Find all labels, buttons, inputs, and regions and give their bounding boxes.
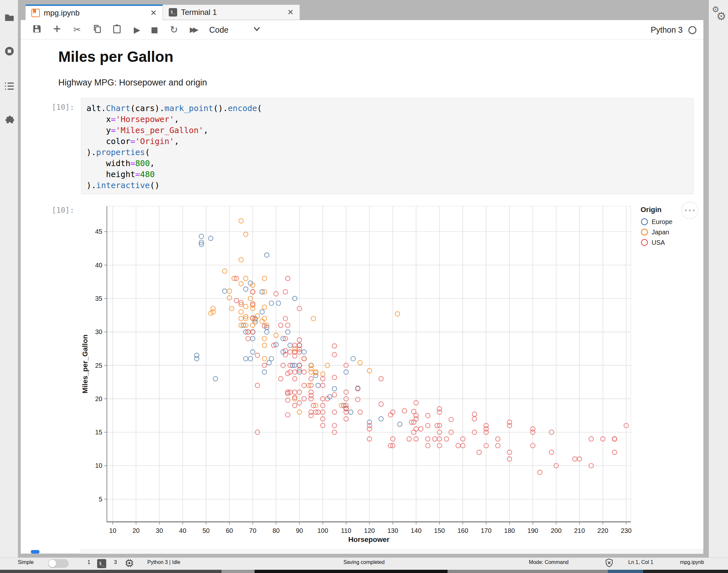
chevron-down-icon[interactable] [251,24,262,36]
svg-text:60: 60 [226,527,233,534]
svg-text:200: 200 [551,527,562,534]
right-sidebar [709,0,728,558]
svg-text:20: 20 [95,395,102,402]
svg-text:Horsepower: Horsepower [348,535,390,543]
svg-text:70: 70 [249,527,256,534]
svg-text:50: 50 [202,527,209,534]
svg-text:Europe: Europe [651,218,673,225]
legend-symbol-usa[interactable] [641,240,648,246]
tab-terminal-label: Terminal 1 [181,8,283,17]
trust-shield-icon[interactable] [605,559,613,569]
file-browser-icon[interactable] [4,12,14,23]
paste-icon[interactable] [111,24,123,36]
notebook-toolbar [21,20,703,40]
svg-text:USA: USA [651,239,665,246]
tab-terminal[interactable]: $_ Terminal 1 ✕ [162,5,300,20]
tab-notebook[interactable]: mpg.ipynb ✕ [26,5,162,20]
svg-text:Japan: Japan [651,228,669,236]
statusbar-filename: mpg.ipynb [680,559,704,565]
table-of-contents-icon[interactable] [4,81,14,91]
svg-text:220: 220 [597,527,608,534]
code-line: height=480 [87,169,688,180]
restart-kernel-icon[interactable]: ↻ [168,24,180,36]
svg-text:100: 100 [318,527,328,534]
svg-text:130: 130 [387,527,398,534]
kernel-indicator[interactable]: Python 3 [650,25,697,35]
code-line: x='Horsepower', [87,114,688,125]
cell-collapser[interactable] [31,550,40,554]
legend-symbol-japan[interactable] [641,229,648,236]
running-kernels-icon[interactable] [4,46,14,56]
terminal-icon: $_ [169,8,177,16]
code-line: y='Miles_per_Gallon', [87,125,688,136]
mpg-scatter-chart[interactable]: 1020304050607080901001101201301401501601… [78,199,703,550]
horizontal-scrollbar[interactable] [81,550,703,554]
code-line: color='Origin', [87,136,688,147]
svg-text:20: 20 [133,527,140,534]
notebook-icon [32,9,40,17]
svg-text:5: 5 [99,496,102,503]
tab-notebook-label: mpg.ipynb [44,8,146,17]
svg-text:140: 140 [410,527,421,534]
extensions-puzzle-icon[interactable] [4,115,14,125]
editor-mode-label[interactable]: Mode: Command [529,559,569,565]
svg-text:Miles_per_Gallon: Miles_per_Gallon [81,334,89,393]
close-icon[interactable]: ✕ [287,8,294,17]
cursor-position[interactable]: Ln 1, Col 1 [628,559,653,565]
input-prompt: [10]: [52,103,74,111]
page-subtitle: Highway MPG: Horsepower and origin [58,78,207,88]
legend-symbol-europe[interactable] [641,219,648,225]
code-line: ).properties( [87,147,688,158]
code-line: width=800, [87,158,688,169]
copy-icon[interactable] [91,24,103,36]
svg-text:90: 90 [296,527,303,534]
svg-text:210: 210 [574,527,585,534]
svg-text:45: 45 [95,228,102,235]
svg-text:120: 120 [364,527,375,534]
svg-text:15: 15 [95,429,102,436]
svg-text:190: 190 [528,527,538,534]
svg-text:35: 35 [95,295,102,302]
code-editor[interactable]: alt.Chart(cars).mark_point().encode( x='… [81,98,693,196]
svg-text:Origin: Origin [640,206,662,214]
kernel-status-icon [688,25,697,35]
stop-button[interactable]: ■ [149,24,160,36]
svg-text:80: 80 [272,527,280,534]
cell-type-dropdown[interactable]: Code [209,25,229,35]
left-activity-bar [0,0,18,558]
add-cell-button[interactable] [51,24,63,36]
status-message: Saving completed [0,559,728,565]
svg-text:170: 170 [481,527,491,534]
kernel-name-label: Python 3 [650,25,683,35]
svg-text:30: 30 [95,328,102,335]
output-prompt: [10]: [52,206,74,214]
svg-text:30: 30 [156,527,163,534]
code-line: ).interactive() [87,180,688,191]
svg-text:25: 25 [95,362,102,369]
svg-text:10: 10 [95,462,102,469]
svg-text:230: 230 [621,527,631,534]
close-icon[interactable]: ✕ [150,8,157,17]
cut-icon[interactable]: ✂ [71,24,83,36]
right-divider [703,0,709,558]
svg-text:40: 40 [179,527,186,534]
svg-text:160: 160 [457,527,468,534]
code-cell[interactable]: alt.Chart(cars).mark_point().encode( x='… [81,98,694,194]
save-button[interactable] [31,24,43,36]
run-button[interactable]: ▶ [131,24,143,36]
page-title: Miles per Gallon [58,48,173,65]
svg-text:110: 110 [341,527,351,534]
restart-run-all-icon[interactable]: ▶▶ [187,24,199,36]
svg-text:10: 10 [109,527,116,534]
code-line: alt.Chart(cars).mark_point().encode( [87,103,688,114]
property-inspector-gears-icon[interactable]: ⚙⚙ [711,4,727,22]
bottom-edge [0,570,728,573]
svg-text:40: 40 [95,262,102,269]
svg-text:180: 180 [504,527,515,534]
svg-text:150: 150 [434,527,445,534]
